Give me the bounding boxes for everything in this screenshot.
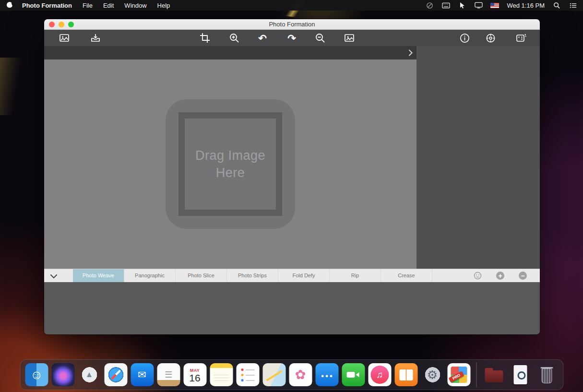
effect-options-tray (44, 282, 540, 334)
dock-item-contacts[interactable]: ☰ (157, 363, 180, 386)
menu-app-name[interactable]: Photo Formation (22, 2, 72, 9)
menu-bar-clock[interactable]: Wed 1:16 PM (507, 2, 545, 9)
crop-icon[interactable] (199, 32, 211, 44)
menu-bar-status-area: Wed 1:16 PM (425, 1, 583, 9)
close-button[interactable] (49, 22, 55, 27)
dock-item-ibooks[interactable] (394, 363, 417, 386)
tab-photo-strips[interactable]: Photo Strips (227, 269, 278, 282)
add-button[interactable]: + (496, 272, 504, 280)
effects-tab-bar: Photo Weave Panographic Photo Slice Phot… (44, 269, 540, 282)
redo-icon[interactable]: ↷ (286, 32, 298, 44)
dock-item-mail[interactable]: ✉ (131, 363, 154, 386)
dock: ☺ ▲ ✉ ☰ MAY 16 ✿ … ♫ ⚙ PRO (20, 359, 563, 390)
toolbar: ↶ ↷ (44, 30, 540, 46)
dock-item-launchpad[interactable]: ▲ (78, 363, 101, 386)
dock-item-safari[interactable] (104, 363, 127, 386)
menu-file[interactable]: File (83, 2, 93, 9)
tab-crease[interactable]: Crease (381, 269, 432, 282)
display-icon[interactable] (474, 1, 483, 9)
pro-badge: PRO (449, 371, 464, 382)
settings-icon[interactable] (484, 32, 497, 44)
face-sticker-icon[interactable] (474, 272, 482, 280)
dock-item-maps[interactable] (262, 363, 286, 386)
menu-help[interactable]: Help (157, 2, 170, 9)
photo-formation-window: Photo Formation ↶ ↷ (44, 19, 540, 334)
dock-item-itunes[interactable]: ♫ (368, 363, 391, 386)
dock-item-photos[interactable]: ✿ (289, 363, 312, 386)
window-title-bar[interactable]: Photo Formation (44, 19, 540, 30)
undo-icon[interactable]: ↶ (256, 32, 269, 44)
tab-photo-slice[interactable]: Photo Slice (176, 269, 227, 282)
collapse-tray-chevron-icon[interactable] (50, 272, 58, 281)
dock-separator (476, 362, 476, 387)
dock-item-notes[interactable] (210, 363, 233, 386)
open-image-icon[interactable] (58, 32, 71, 44)
zoom-button[interactable] (68, 22, 74, 27)
dock-item-document-viewer[interactable] (509, 363, 532, 386)
dock-item-facetime[interactable] (342, 363, 365, 386)
menu-bar: Photo Formation File Edit Window Help We… (0, 0, 583, 11)
drag-image-text: Drag Image Here (166, 99, 295, 229)
tab-fold-defy[interactable]: Fold Defy (278, 269, 330, 282)
info-icon[interactable] (458, 32, 471, 44)
notification-center-icon[interactable] (569, 1, 577, 9)
dock-item-siri[interactable] (51, 363, 74, 386)
tab-panographic[interactable]: Panographic (124, 269, 176, 282)
import-export-icon[interactable] (89, 32, 102, 44)
keyboard-icon[interactable] (441, 1, 450, 9)
expand-panel-chevron-icon[interactable] (408, 49, 413, 58)
dock-item-trash[interactable] (535, 363, 558, 386)
zoom-out-icon[interactable] (314, 32, 326, 44)
pointer-icon[interactable] (458, 1, 466, 9)
dock-item-finder[interactable]: ☺ (25, 363, 48, 386)
window-title: Photo Formation (269, 21, 315, 28)
tab-photo-weave[interactable]: Photo Weave (73, 269, 124, 282)
tab-rip[interactable]: Rip (330, 269, 381, 282)
dock-item-reminders[interactable] (236, 363, 259, 386)
dock-item-red-folder[interactable] (482, 363, 505, 386)
traffic-lights (49, 22, 74, 27)
calendar-day: 16 (189, 373, 200, 383)
dock-item-messages[interactable]: … (315, 363, 338, 386)
effect-tabs: Photo Weave Panographic Photo Slice Phot… (73, 269, 432, 282)
circle-status-icon[interactable] (425, 1, 434, 9)
desktop-light-streak-2 (0, 58, 24, 115)
window-content: Drag Image Here (44, 46, 540, 269)
dock-item-system-preferences[interactable]: ⚙ (421, 363, 444, 386)
dock-item-pro-app[interactable]: PRO (447, 363, 470, 386)
apple-menu[interactable] (7, 2, 13, 9)
menu-edit[interactable]: Edit (103, 2, 114, 9)
left-column: Drag Image Here (44, 46, 416, 269)
drag-image-dropzone[interactable]: Drag Image Here (166, 99, 295, 229)
side-panel-collapsed (416, 46, 540, 269)
remove-button[interactable]: − (519, 272, 527, 280)
dock-item-calendar[interactable]: MAY 16 (183, 363, 206, 386)
search-icon[interactable] (552, 1, 561, 9)
menu-window[interactable]: Window (124, 2, 146, 9)
image-fit-icon[interactable] (343, 32, 356, 44)
image-canvas[interactable]: Drag Image Here (44, 59, 416, 269)
zoom-in-icon[interactable] (228, 32, 240, 44)
minimize-button[interactable] (59, 22, 64, 27)
apple-icon (7, 2, 12, 8)
panel-toggle-strip (44, 46, 416, 59)
us-flag-icon[interactable] (490, 1, 499, 9)
randomize-icon[interactable] (514, 32, 527, 44)
